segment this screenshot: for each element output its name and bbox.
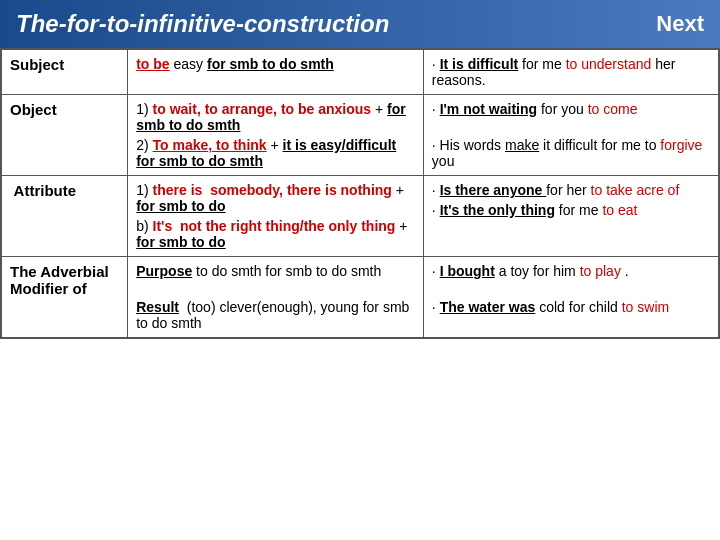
subject-examples-left: to be easy for smb to do smth <box>128 49 424 95</box>
adverbial-examples-right: · I bought a toy for him to play . · The… <box>423 257 719 339</box>
table-row: Object 1) to wait, to arrange, to be anx… <box>1 95 719 176</box>
object-examples-right: · I'm not waiting for you to come · His … <box>423 95 719 176</box>
attribute-examples-left: 1) there is somebody, there is nothing +… <box>128 176 424 257</box>
category-subject: Subject <box>1 49 128 95</box>
attribute-examples-right: · Is there anyone for her to take acre o… <box>423 176 719 257</box>
table-row: The Adverbial Modifier of Purpose to do … <box>1 257 719 339</box>
table-row: Subject to be easy for smb to do smth · … <box>1 49 719 95</box>
next-button[interactable]: Next <box>656 11 704 37</box>
page-title: The-for-to-infinitive-construction <box>16 10 389 38</box>
subject-examples-right: · It is difficult for me to understand h… <box>423 49 719 95</box>
category-adverbial: The Adverbial Modifier of <box>1 257 128 339</box>
header: The-for-to-infinitive-construction Next <box>0 0 720 48</box>
adverbial-examples-left: Purpose to do smth for smb to do smth Re… <box>128 257 424 339</box>
table-row: Attribute 1) there is somebody, there is… <box>1 176 719 257</box>
category-attribute: Attribute <box>1 176 128 257</box>
content-table: Subject to be easy for smb to do smth · … <box>0 48 720 339</box>
object-examples-left: 1) to wait, to arrange, to be anxious + … <box>128 95 424 176</box>
category-object: Object <box>1 95 128 176</box>
